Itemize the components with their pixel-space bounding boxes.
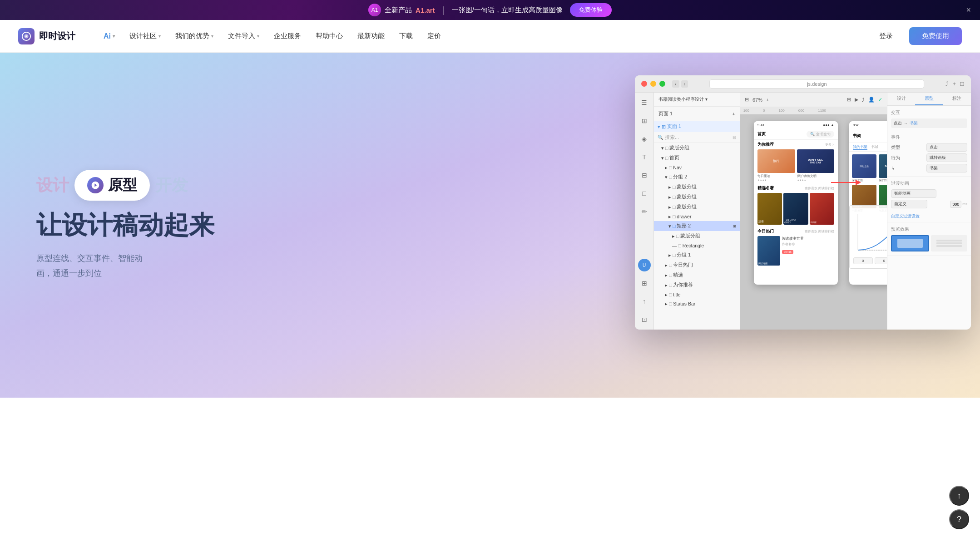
book-cover: DON'T KILLTHE CAT: [797, 149, 835, 173]
tree-item-mask3[interactable]: ▸ □ 蒙版分组: [654, 202, 740, 212]
tree-item-group2[interactable]: ▾ □ 分组 2: [654, 172, 740, 182]
layers-icon[interactable]: ⊞: [638, 114, 651, 127]
tab-annotate[interactable]: 标注: [943, 93, 971, 105]
preview-boxes: [891, 235, 967, 251]
url-bar: js.design: [709, 79, 924, 89]
banner-cta-button[interactable]: 免费体验: [570, 3, 612, 17]
tree-item-statusbar[interactable]: ▸ □ Status Bar: [654, 299, 740, 308]
menu-icon[interactable]: ☰: [638, 96, 651, 109]
forward-button[interactable]: ›: [681, 80, 688, 88]
action-select[interactable]: 跳转画板: [926, 153, 967, 162]
nav-item-enterprise[interactable]: 企业服务: [267, 28, 307, 44]
back-button[interactable]: ‹: [672, 80, 679, 88]
coord-x1: 0: [853, 257, 873, 264]
top-banner: A1 全新产品 A1.art | 一张图/一句话，立即生成高质量图像 免费体验 …: [0, 0, 980, 20]
banner-separator: |: [442, 5, 445, 15]
right-panel-tabs: 设计 原型 标注: [887, 93, 971, 106]
interaction-section: 交互 点击 → 书架: [887, 106, 971, 130]
tree-item-selected[interactable]: ▸ □ 精选: [654, 270, 740, 280]
event-type-select[interactable]: 点击: [926, 143, 967, 152]
page-header: 页面 1 +: [654, 107, 740, 121]
chevron-down-icon: ▾: [257, 34, 259, 39]
tree-item-group1[interactable]: ▸ □ 分组 1: [654, 250, 740, 260]
folder-icon: □: [669, 174, 672, 180]
tree-item-hot[interactable]: ▸ □ 今日热门: [654, 260, 740, 270]
settings-icon[interactable]: ⊡: [638, 313, 651, 326]
login-button[interactable]: 登录: [868, 28, 904, 44]
expand-icon: ▸: [668, 252, 671, 258]
check-icon: ✓: [878, 97, 882, 103]
add-page-icon[interactable]: +: [733, 111, 735, 117]
tree-item-recommend[interactable]: ▸ □ 为你推荐: [654, 280, 740, 290]
nav-item-help[interactable]: 帮助中心: [309, 28, 349, 44]
grid-toggle[interactable]: ⊞: [847, 97, 851, 103]
share-button[interactable]: ⤴: [862, 97, 865, 103]
canvas-area[interactable]: ⊟ 67% + ⊞ ▶ ⤴ 👤 ✓ -100 0 100 600 1100: [740, 93, 887, 330]
expand-icon: ▸: [665, 165, 668, 170]
tree-item-mask2[interactable]: ▸ □ 蒙版分组: [654, 192, 740, 202]
tree-item-title[interactable]: ▸ □ title: [654, 290, 740, 299]
book-cover: 旅行: [757, 149, 795, 173]
animation-section: 过渡动画 智能动画 自定义 300: [887, 177, 971, 222]
ruler-toggle[interactable]: ⊟: [745, 97, 749, 103]
banner-close-button[interactable]: ×: [966, 5, 971, 15]
pen-icon[interactable]: ✏: [638, 205, 651, 218]
anim-type-select[interactable]: 智能动画: [891, 189, 936, 198]
search-input[interactable]: 搜索...: [665, 134, 731, 141]
right-properties-panel: 设计 原型 标注 交互 点击 → 书架: [887, 93, 971, 330]
free-use-button[interactable]: 免费使用: [909, 27, 962, 45]
avatar-icon[interactable]: U: [638, 259, 651, 271]
text-icon[interactable]: T: [638, 151, 651, 163]
prototype-badge: 原型: [74, 170, 150, 201]
export-icon[interactable]: ↑: [638, 295, 651, 308]
recommend-section: 为你推荐 更多 > 旅行 每日重读 ★★★★: [754, 140, 838, 183]
nav-item-import[interactable]: 文件导入 ▾: [222, 28, 266, 44]
share-icon: ⤴: [945, 80, 949, 87]
classics-section: 精选名著 猜你喜欢 阅读排行榜 活着 TEN GRANGREY: [754, 183, 838, 227]
tree-item-rect2[interactable]: ▾ □ 矩形 2 ⊞: [654, 221, 740, 231]
event-type-label: 类型: [891, 144, 900, 151]
anim-curve-select[interactable]: 自定义: [891, 200, 927, 208]
folder-icon: □: [673, 214, 675, 219]
tree-item-drawer[interactable]: ▸ □ drawer: [654, 212, 740, 221]
expand-icon: ▾: [668, 223, 671, 229]
nav-item-latest[interactable]: 最新功能: [351, 28, 391, 44]
tree-item-mask-sub[interactable]: ▸ □ 蒙版分组: [654, 231, 740, 241]
classic-cover: FIRE: [810, 193, 834, 225]
tree-item-0[interactable]: ▾ □ 蒙版分组: [654, 143, 740, 153]
duration-value[interactable]: 300: [950, 201, 961, 208]
target-select[interactable]: 书架: [926, 164, 967, 172]
tree-item-nav[interactable]: ▸ □ Nav: [654, 163, 740, 172]
shape-icon: □: [678, 243, 681, 248]
hero-content: 设计 原型 开发 让设计稿动起来 原型连线、交互事件、智能动 画，通通一步到位: [36, 170, 214, 281]
nav-item-community[interactable]: 设计社区 ▾: [123, 28, 167, 44]
grid-icon[interactable]: ⊞: [638, 277, 651, 290]
tree-item-rectangle[interactable]: — □ Rectangle: [654, 241, 740, 250]
expand-icon: ▸: [665, 272, 668, 278]
nav-item-pricing[interactable]: 定价: [421, 28, 447, 44]
filter-icon[interactable]: ⊟: [733, 135, 736, 140]
nav-links: Ai ▾ 设计社区 ▾ 我们的优势 ▾ 文件导入 ▾ 企业服务 帮助中心 最新功…: [97, 28, 868, 44]
zoom-value: 67%: [752, 97, 762, 103]
nav-logo[interactable]: 即时设计: [18, 28, 75, 44]
tab-design[interactable]: 设计: [887, 93, 915, 105]
tab-prototype[interactable]: 原型: [915, 93, 943, 105]
custom-link[interactable]: 自定义过渡设置: [891, 210, 967, 220]
tree-item-mask1[interactable]: ▸ □ 蒙版分组: [654, 182, 740, 192]
expand-icon: ▸: [668, 184, 671, 190]
nav-item-download[interactable]: 下载: [393, 28, 419, 44]
nav-item-advantages[interactable]: 我们的优势 ▾: [169, 28, 220, 44]
image-icon[interactable]: ⊟: [638, 169, 651, 182]
nav-actions: 登录 免费使用: [868, 27, 962, 45]
canvas-viewport[interactable]: 9:41 ●●● ▲ 首页 🔍 全书金句: [740, 114, 887, 330]
arrow-icon: →: [904, 121, 908, 126]
frame-item[interactable]: ▾ ⊞ 页面 1: [654, 121, 740, 132]
components-icon[interactable]: ◈: [638, 133, 651, 145]
preview-toggle[interactable]: ▶: [855, 97, 858, 103]
nav-item-ai[interactable]: Ai ▾: [97, 29, 121, 44]
collab-icon: 👤: [868, 97, 875, 103]
plus-icon[interactable]: +: [766, 97, 769, 103]
tree-item-1[interactable]: ▾ □ 首页: [654, 153, 740, 163]
minimize-dot: [650, 81, 656, 87]
shapes-icon[interactable]: □: [638, 187, 651, 200]
